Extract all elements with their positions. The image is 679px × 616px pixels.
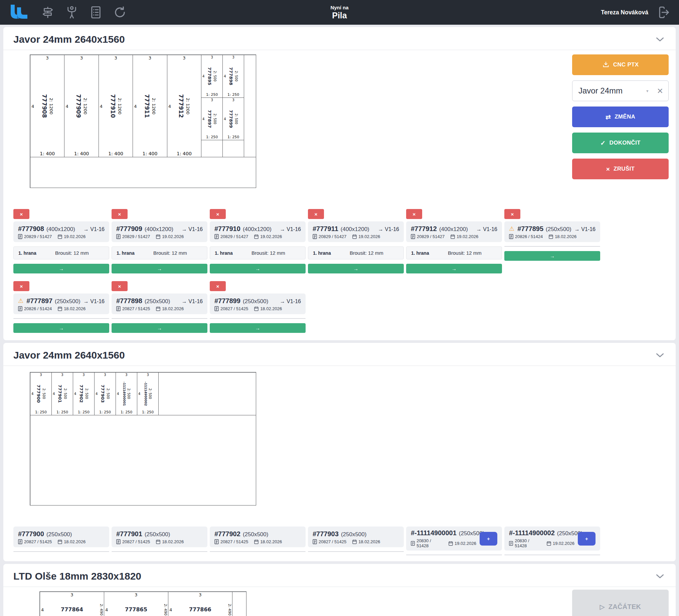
calendar-icon: [58, 234, 62, 239]
card-divider: [210, 551, 305, 552]
material-select-value: Javor 24mm: [579, 86, 622, 96]
remove-part-button[interactable]: ×: [504, 209, 520, 219]
part-id: #777908: [18, 225, 44, 233]
remove-part-button[interactable]: ×: [111, 209, 128, 219]
forward-button[interactable]: →: [111, 323, 207, 333]
remove-part-button[interactable]: ×: [210, 209, 226, 219]
part-card: #777901 (250x500) 20827 / 51425 18.02.20…: [111, 526, 207, 555]
close-icon: ×: [118, 211, 121, 217]
forward-button[interactable]: →: [406, 264, 502, 273]
cnc-ptx-button[interactable]: CNC PTX: [572, 55, 669, 75]
cut-panel: 347779032: 5001: 250: [94, 372, 116, 415]
section-title: LTD Olše 18mm 2830x1820: [13, 571, 141, 582]
due-date: 18.02.2026: [58, 539, 86, 544]
document-icon: [116, 306, 121, 311]
remove-part-button[interactable]: ×: [13, 209, 29, 219]
remove-part-button[interactable]: ×: [13, 281, 29, 291]
part-id: #777895: [517, 225, 543, 233]
forward-button[interactable]: →: [210, 323, 305, 333]
card-divider: [111, 551, 207, 552]
arrow-right-icon: →: [378, 226, 383, 232]
offcut-area: [222, 140, 244, 157]
card-divider: [13, 318, 109, 319]
card-divider: [406, 554, 502, 555]
plus-icon: +: [585, 536, 588, 542]
calendar-icon: [254, 234, 259, 239]
part-info: #777911 (400x1200) → V1-16 20829 / 51427…: [308, 221, 404, 242]
order-number: 20827 / 51425: [313, 539, 346, 544]
signpost-icon[interactable]: [41, 5, 55, 20]
chevron-down-icon[interactable]: [656, 573, 664, 580]
offcut-area: [30, 157, 256, 188]
forward-button[interactable]: →: [13, 323, 109, 333]
part-destination: → V1-16: [476, 226, 497, 232]
start-button[interactable]: ▷ ZAČÁTEK: [572, 590, 669, 616]
warning-icon: ⚠: [18, 297, 23, 305]
part-destination: → V1-16: [280, 299, 301, 305]
part-info: #777910 (400x1200) → V1-16 20829 / 51427…: [210, 221, 305, 242]
part-info: #777908 (400x1200) → V1-16 20829 / 51427…: [13, 221, 109, 242]
add-part-button[interactable]: +: [480, 532, 497, 546]
cut-panel: 347779092: 12001: 400: [64, 55, 99, 157]
forward-button[interactable]: →: [111, 264, 207, 273]
part-destination: → V1-16: [182, 226, 203, 232]
caret-down-icon: ▾: [646, 89, 649, 94]
due-date: 19.02.2026: [547, 541, 575, 546]
chevron-down-icon[interactable]: [656, 351, 664, 359]
forward-button[interactable]: →: [13, 264, 109, 273]
clear-select-icon[interactable]: ×: [657, 86, 663, 96]
part-id: #777902: [215, 530, 240, 538]
cutting-plan-section: Javor 24mm 2640x1560 347779002: 5001: 25…: [3, 343, 676, 561]
remove-part-button[interactable]: ×: [308, 209, 324, 219]
change-button[interactable]: ⇄ ZMĚNA: [572, 106, 669, 127]
edge-info: 1. hranaBrousit: 12 mm: [111, 246, 207, 260]
cut-panel: 347778972: 5001: 250: [201, 98, 223, 141]
check-icon: ✓: [600, 140, 606, 146]
add-part-button[interactable]: +: [578, 532, 595, 546]
arrow-right-icon: →: [280, 299, 285, 304]
logout-icon[interactable]: [657, 6, 670, 19]
arrow-right-icon: →: [84, 299, 89, 304]
remove-part-button[interactable]: ×: [406, 209, 422, 219]
person-icon[interactable]: [65, 5, 79, 20]
part-info: #777902 (250x500) 20827 / 51425 18.02.20…: [210, 526, 305, 547]
edge-info: 1. hranaBrousit: 12 mm: [406, 246, 502, 260]
arrow-right-icon: →: [280, 226, 285, 232]
material-select[interactable]: Javor 24mm ▾ ×: [572, 80, 669, 101]
forward-button[interactable]: →: [308, 264, 404, 273]
edge-info: 1. hranaBrousit: 12 mm: [308, 246, 404, 260]
offcut-area: [30, 415, 256, 506]
edge-info: 1. hranaBrousit: 12 mm: [210, 246, 305, 260]
app-logo-icon[interactable]: [9, 4, 29, 21]
part-id: #777911: [313, 225, 338, 233]
cut-panel: 34-111149000022: 5001: 250: [137, 372, 159, 415]
remove-part-button[interactable]: ×: [111, 281, 128, 291]
part-info: #777900 (250x500) 20827 / 51425 18.02.20…: [13, 526, 109, 547]
cutting-plan-section: Javor 24mm 2640x1560 347779082: 12001: 4…: [3, 27, 676, 340]
document-icon: [18, 306, 22, 311]
part-size: (400x1200): [439, 226, 468, 233]
document-icon: [215, 306, 219, 311]
forward-button[interactable]: →: [210, 264, 305, 273]
remove-part-button[interactable]: ×: [210, 281, 226, 291]
due-date: 19.02.2026: [352, 234, 380, 239]
worklist-icon[interactable]: [89, 5, 103, 20]
arrow-right-icon: →: [476, 226, 482, 232]
document-icon: [18, 234, 22, 239]
part-id: #777910: [215, 225, 240, 233]
part-info: #777912 (400x1200) → V1-16 20829 / 51427…: [406, 221, 502, 242]
cancel-button[interactable]: × ZRUŠIT: [572, 159, 669, 179]
forward-button[interactable]: →: [504, 251, 600, 261]
chevron-down-icon[interactable]: [656, 36, 664, 43]
cut-panel: 34-111149000012: 5001: 250: [116, 372, 137, 415]
offcut-area: [201, 140, 223, 157]
part-size: (250x500): [144, 531, 170, 538]
part-card: #777903 (250x500) 20827 / 51425 18.02.20…: [308, 526, 404, 555]
finish-button[interactable]: ✓ DOKONČIT: [572, 133, 669, 153]
card-divider: [210, 318, 305, 319]
cut-panel: 347778642: 4901: 879: [40, 592, 104, 616]
card-divider: [308, 551, 404, 552]
offcut-area: [232, 592, 247, 616]
refresh-icon[interactable]: [113, 5, 127, 20]
close-icon: ×: [217, 211, 220, 217]
